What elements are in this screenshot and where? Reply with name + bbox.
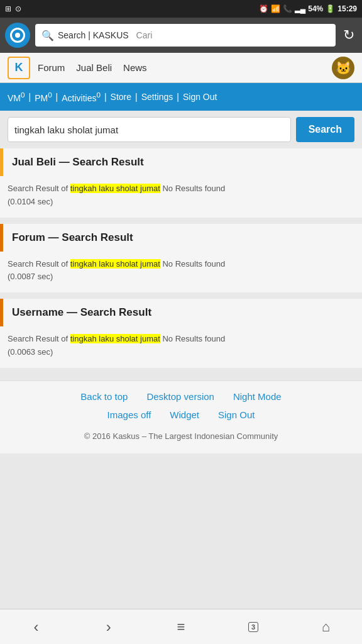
back-to-top-link[interactable]: Back to top	[80, 391, 128, 402]
vm-count: 0	[21, 91, 25, 99]
forum-keyword: tingkah laku sholat jumat	[70, 259, 160, 269]
username-suffix: No Results found	[162, 334, 225, 343]
footer-row-2: Images off Widget Sign Out	[8, 409, 354, 420]
back-icon: ‹	[34, 618, 39, 636]
nav-forum[interactable]: Forum	[38, 62, 65, 73]
night-mode-link[interactable]: Night Mode	[233, 391, 282, 402]
jual-beli-keyword: tingkah laku sholat jumat	[70, 184, 160, 193]
forum-header: Forum — Search Result	[0, 224, 362, 252]
sep2: |	[56, 92, 58, 102]
search-section: Search	[0, 111, 362, 148]
home-button[interactable]: ⌂	[310, 614, 341, 640]
kaskus-logo[interactable]: K	[8, 57, 30, 79]
signal-bars: ▂▄	[295, 4, 306, 13]
nav-bar: K Forum Jual Beli News 🐱	[0, 53, 362, 83]
footer: Back to top Desktop version Night Mode I…	[0, 380, 362, 453]
signout-label[interactable]: Sign Out	[183, 92, 217, 102]
store-label[interactable]: Store	[111, 92, 131, 102]
status-bar: ⊞ ⊙ ⏰ 📶 📞 ▂▄ 54% 🔋 15:29	[0, 0, 362, 18]
results-area: Jual Beli — Search Result Search Result …	[0, 148, 362, 380]
clock: 15:29	[337, 4, 357, 13]
desktop-version-link[interactable]: Desktop version	[146, 391, 214, 402]
username-keyword: tingkah laku sholat jumat	[70, 334, 160, 343]
footer-signout-link[interactable]: Sign Out	[218, 409, 255, 420]
forum-suffix: No Results found	[162, 259, 225, 269]
sep1: |	[28, 92, 31, 102]
tab-count: 3	[248, 622, 258, 632]
user-avatar[interactable]: 🐱	[332, 57, 354, 79]
url-search-icon: 🔍	[41, 30, 54, 42]
footer-row-1: Back to top Desktop version Night Mode	[8, 391, 354, 402]
jual-beli-header: Jual Beli — Search Result	[0, 148, 362, 176]
battery-percent: 54%	[308, 4, 323, 13]
menu-button[interactable]: ≡	[165, 614, 197, 640]
search-input[interactable]	[8, 117, 291, 142]
back-button[interactable]: ‹	[21, 614, 52, 640]
username-header: Username — Search Result	[0, 299, 362, 326]
vm-label[interactable]: VM0	[8, 91, 25, 103]
app-icon: ⊞	[5, 4, 11, 13]
forum-body: Search Result of tingkah laku sholat jum…	[0, 252, 362, 293]
settings-label[interactable]: Settings	[141, 92, 173, 102]
nav-news[interactable]: News	[123, 62, 147, 73]
forum-prefix: Search Result of	[8, 259, 68, 269]
forward-icon: ›	[106, 618, 111, 636]
phone-icon: 📞	[283, 4, 292, 13]
bottom-nav: ‹ › ≡ 3 ⌂	[0, 609, 362, 644]
wifi-icon: 📶	[271, 4, 280, 13]
cari-label: Cari	[136, 30, 153, 40]
nav-jual-beli[interactable]: Jual Beli	[76, 62, 112, 73]
sep4: |	[135, 92, 138, 102]
forum-section: Forum — Search Result Search Result of t…	[0, 224, 362, 293]
kaskus-letter: K	[15, 61, 23, 74]
status-icons-left: ⊞ ⊙	[5, 4, 21, 13]
battery-icon: 🔋	[326, 4, 335, 13]
sep5: |	[177, 92, 179, 102]
nav-links: Forum Jual Beli News	[38, 62, 332, 73]
jual-beli-suffix: No Results found	[162, 184, 225, 193]
status-right: ⏰ 📶 📞 ▂▄ 54% 🔋 15:29	[259, 4, 357, 13]
jual-beli-body: Search Result of tingkah laku sholat jum…	[0, 176, 362, 218]
forward-button[interactable]: ›	[93, 614, 124, 640]
notification-icon: ⊙	[15, 4, 21, 13]
action-bar: VM0 | PM0 | Activities0 | Store | Settin…	[0, 83, 362, 111]
username-section: Username — Search Result Search Result o…	[0, 299, 362, 368]
jual-beli-prefix: Search Result of	[8, 184, 68, 193]
browser-bar: 🔍 Search | KASKUS Cari ↻	[0, 18, 362, 53]
username-prefix: Search Result of	[8, 334, 68, 343]
activities-label[interactable]: Activities0	[62, 91, 101, 103]
sep3: |	[104, 92, 107, 102]
username-body: Search Result of tingkah laku sholat jum…	[0, 326, 362, 368]
activities-count: 0	[96, 91, 100, 99]
copyright: © 2016 Kaskus – The Largest Indonesian C…	[8, 428, 354, 447]
browser-logo-inner	[10, 28, 25, 43]
refresh-button[interactable]: ↻	[341, 25, 357, 46]
pm-count: 0	[48, 91, 52, 99]
images-off-link[interactable]: Images off	[107, 409, 151, 420]
home-icon: ⌂	[322, 619, 330, 635]
alarm-icon: ⏰	[259, 4, 268, 13]
url-bar[interactable]: 🔍 Search | KASKUS Cari	[35, 24, 336, 47]
browser-logo	[5, 23, 30, 48]
forum-time: (0.0087 sec)	[8, 272, 53, 281]
jual-beli-section: Jual Beli — Search Result Search Result …	[0, 148, 362, 218]
widget-link[interactable]: Widget	[170, 409, 199, 420]
hamburger-icon: ≡	[177, 619, 185, 635]
pm-label[interactable]: PM0	[35, 91, 52, 103]
search-button[interactable]: Search	[296, 117, 354, 142]
tabs-button[interactable]: 3	[238, 614, 269, 640]
url-text: Search | KASKUS	[58, 30, 129, 40]
jual-beli-time: (0.0104 sec)	[8, 197, 53, 206]
username-time: (0.0063 sec)	[8, 347, 53, 357]
